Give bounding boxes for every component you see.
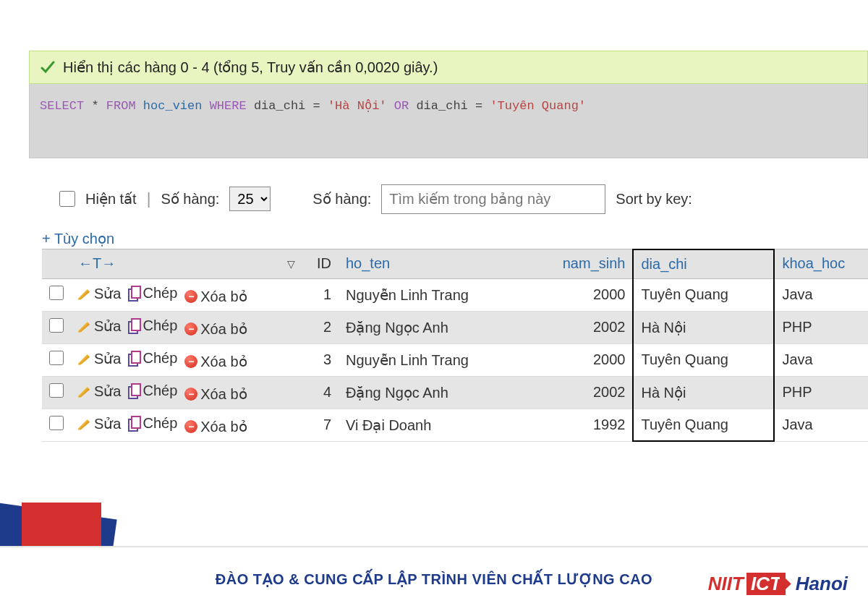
logo-niit: NIIT <box>708 573 744 595</box>
sort-arrow-icon[interactable]: ▽ <box>287 258 295 270</box>
cell-ho-ten: Vi Đại Doanh <box>339 409 527 441</box>
col-dia-chi[interactable]: dia_chi <box>633 249 774 279</box>
table-header-row: ←T→ ▽ ID ho_ten nam_sinh dia_chi khoa_ho… <box>42 249 868 279</box>
cell-khoa-hoc: Java <box>774 343 868 376</box>
cell-khoa-hoc: PHP <box>774 376 868 409</box>
cell-ho-ten: Nguyễn Linh Trang <box>339 278 527 311</box>
cell-ho-ten: Đặng Ngọc Anh <box>339 311 527 343</box>
sort-by-key-label: Sort by key: <box>616 191 692 208</box>
sql-val2: 'Tuyên Quang' <box>490 99 586 113</box>
sql-col2: dia_chi <box>416 99 467 113</box>
cell-ho-ten: Nguyễn Linh Trang <box>339 343 527 376</box>
row-checkbox[interactable] <box>49 383 64 398</box>
show-all-label: Hiện tất <box>85 190 137 208</box>
edit-button[interactable]: Sửa <box>78 317 121 335</box>
pencil-icon <box>78 385 91 398</box>
phpmyadmin-panel: Hiển thị các hàng 0 - 4 (tổng 5, Truy vấ… <box>29 51 868 442</box>
cell-nam-sinh: 2002 <box>527 311 633 343</box>
col-ho-ten[interactable]: ho_ten <box>339 249 527 279</box>
delete-button[interactable]: − Xóa bỏ <box>184 353 247 370</box>
minus-circle-icon: − <box>184 322 197 336</box>
cell-nam-sinh: 2000 <box>527 343 633 376</box>
copy-icon <box>128 417 140 430</box>
show-all-checkbox[interactable] <box>59 191 75 207</box>
sql-select: SELECT <box>40 99 84 113</box>
copy-button[interactable]: Chép <box>128 350 177 367</box>
row-checkbox[interactable] <box>49 286 64 300</box>
col-nam-sinh[interactable]: nam_sinh <box>527 249 633 279</box>
table-controls: Hiện tất | Số hàng: 25 Số hàng: Sort by … <box>29 158 868 221</box>
pencil-icon <box>78 417 91 430</box>
edit-button[interactable]: Sửa <box>78 285 121 302</box>
search-input[interactable] <box>381 184 605 214</box>
results-table: ←T→ ▽ ID ho_ten nam_sinh dia_chi khoa_ho… <box>42 249 868 443</box>
row-checkbox[interactable] <box>49 351 64 365</box>
pencil-icon <box>78 287 91 300</box>
col-t-arrow[interactable]: ←T→ <box>78 255 116 272</box>
sql-star: * <box>91 99 98 113</box>
rows-label: Số hàng: <box>161 190 219 208</box>
copy-button[interactable]: Chép <box>128 317 177 334</box>
edit-button[interactable]: Sửa <box>78 350 121 367</box>
sql-val1: 'Hà Nội' <box>328 99 387 113</box>
sql-or: OR <box>394 99 409 113</box>
sql-eq2: = <box>475 99 482 113</box>
logo-ict: ICT <box>746 573 786 595</box>
copy-button[interactable]: Chép <box>128 383 177 399</box>
copy-button[interactable]: Chép <box>128 285 177 302</box>
logo-hanoi: Hanoi <box>796 573 848 595</box>
cell-nam-sinh: 1992 <box>527 409 633 441</box>
minus-circle-icon: − <box>184 420 197 433</box>
sql-where: WHERE <box>210 99 247 113</box>
divider: | <box>147 189 151 208</box>
sql-table: hoc_vien <box>143 99 203 113</box>
col-id[interactable]: ID <box>302 249 339 279</box>
cell-id: 1 <box>302 278 339 311</box>
delete-button[interactable]: − Xóa bỏ <box>184 320 247 338</box>
cell-dia-chi: Tuyên Quang <box>633 343 774 376</box>
sql-from: FROM <box>106 99 136 113</box>
col-khoa-hoc[interactable]: khoa_hoc <box>774 249 868 279</box>
row-checkbox[interactable] <box>49 416 64 430</box>
pencil-icon <box>78 320 91 333</box>
edit-button[interactable]: Sửa <box>78 415 121 432</box>
cell-nam-sinh: 2000 <box>527 278 633 311</box>
table-row: Sửa Chép− Xóa bỏ4Đặng Ngọc Anh2002Hà Nội… <box>42 376 868 409</box>
delete-button[interactable]: − Xóa bỏ <box>184 418 247 435</box>
sql-query-box: SELECT * FROM hoc_vien WHERE dia_chi = '… <box>29 84 868 158</box>
delete-button[interactable]: − Xóa bỏ <box>184 385 247 403</box>
table-row: Sửa Chép− Xóa bỏ2Đặng Ngọc Anh2002Hà Nội… <box>42 311 868 343</box>
edit-button[interactable]: Sửa <box>78 383 121 400</box>
cell-id: 4 <box>302 376 339 409</box>
table-row: Sửa Chép− Xóa bỏ1Nguyễn Linh Trang2000Tu… <box>42 278 868 311</box>
table-row: Sửa Chép− Xóa bỏ3Nguyễn Linh Trang2000Tu… <box>42 343 868 376</box>
minus-circle-icon: − <box>184 388 197 401</box>
copy-icon <box>128 320 140 333</box>
cell-khoa-hoc: Java <box>774 409 868 441</box>
footer: ĐÀO TẠO & CUNG CẤP LẬP TRÌNH VIÊN CHẤT L… <box>0 546 868 611</box>
cell-dia-chi: Hà Nội <box>633 311 774 343</box>
rows-select[interactable]: 25 <box>229 187 271 211</box>
cell-dia-chi: Hà Nội <box>633 376 774 409</box>
rows-label-2: Số hàng: <box>312 190 371 208</box>
footer-logo: NIIT ICT Hanoi <box>708 573 848 595</box>
options-toggle[interactable]: + Tùy chọn <box>29 221 868 249</box>
sql-eq1: = <box>313 99 320 113</box>
minus-circle-icon: − <box>184 290 197 303</box>
cell-id: 3 <box>302 343 339 376</box>
copy-icon <box>128 385 140 398</box>
cell-id: 2 <box>302 311 339 343</box>
cell-khoa-hoc: Java <box>774 278 868 311</box>
copy-button[interactable]: Chép <box>128 415 177 432</box>
row-checkbox[interactable] <box>49 318 64 333</box>
cell-dia-chi: Tuyên Quang <box>633 278 774 311</box>
pencil-icon <box>78 352 91 365</box>
minus-circle-icon: − <box>184 355 197 368</box>
table-row: Sửa Chép− Xóa bỏ7Vi Đại Doanh1992Tuyên Q… <box>42 409 868 441</box>
copy-icon <box>128 352 140 365</box>
copy-icon <box>128 287 140 300</box>
delete-button[interactable]: − Xóa bỏ <box>184 288 247 305</box>
sql-col1: dia_chi <box>254 99 305 113</box>
footer-tagline: ĐÀO TẠO & CUNG CẤP LẬP TRÌNH VIÊN CHẤT L… <box>216 571 652 588</box>
success-message: Hiển thị các hàng 0 - 4 (tổng 5, Truy vấ… <box>29 51 868 84</box>
